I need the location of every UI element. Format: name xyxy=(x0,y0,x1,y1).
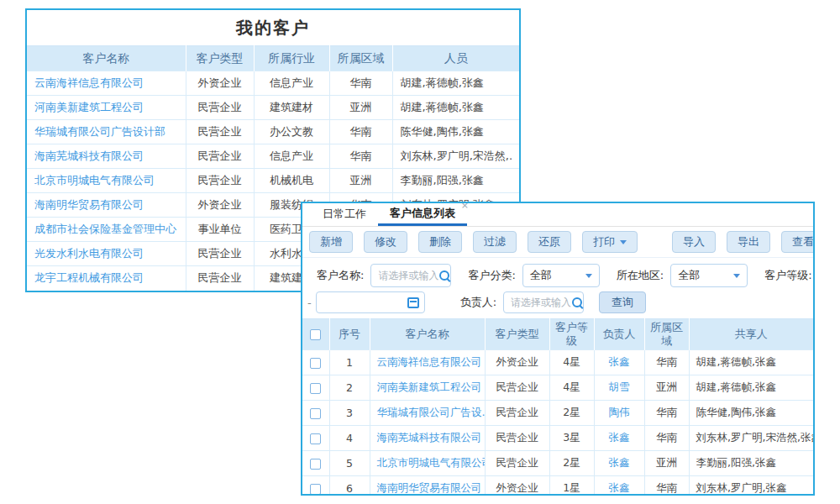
region-cell: 华南 xyxy=(644,476,689,496)
column-header: 所属区域 xyxy=(329,46,392,71)
my-customers-title: 我的客户 xyxy=(27,10,519,45)
filter-row-1: 客户名称: 请选择或输入 客户分类: 全部 所在地区: 全部 客户等级: 全部 xyxy=(302,263,813,288)
toolbar-button-还原[interactable]: 还原 xyxy=(528,231,571,253)
customer-name-link[interactable]: 河南美新建筑工程公司 xyxy=(34,101,144,113)
staff-cell: 李勤丽,阳强,张鑫 xyxy=(392,169,519,193)
row-number-cell: 4 xyxy=(329,426,370,451)
owner-link[interactable]: 张鑫 xyxy=(609,355,630,368)
grade-cell: 2星 xyxy=(549,401,594,426)
industry-cell: 办公文教 xyxy=(254,120,329,144)
staff-cell: 刘东林,罗广明,宋浩然,. xyxy=(392,144,519,169)
customer-name-link[interactable]: 龙宇工程机械有限公司 xyxy=(34,271,144,284)
owner-input[interactable]: 请选择或输入 xyxy=(503,291,584,313)
industry-cell: 建筑建材 xyxy=(254,96,329,120)
customer-name-link[interactable]: 北京市明城电气有限公司 xyxy=(34,174,155,186)
checkbox-cell xyxy=(302,401,329,426)
customer-name-link[interactable]: 光发水利水电有限公司 xyxy=(34,247,144,260)
area-select[interactable]: 全部 xyxy=(670,264,748,287)
checkbox-cell xyxy=(302,426,329,451)
table-row: 3华瑞城有限公司广告设...民营企业2星陶伟华南陈华健,陶伟,张鑫 xyxy=(302,401,813,426)
industry-cell: 信息产业 xyxy=(254,71,329,96)
toolbar-button-过滤[interactable]: 过滤 xyxy=(473,231,517,253)
owner-cell: 张鑫 xyxy=(594,426,644,451)
customer-name-cell: 华瑞城有限公司广告设... xyxy=(370,401,485,426)
customer-name-link[interactable]: 华瑞城有限公司广告设... xyxy=(377,406,486,418)
customer-name-link[interactable]: 海南明华贸易有限公司 xyxy=(34,198,144,211)
query-button[interactable]: 查询 xyxy=(599,291,646,313)
row-checkbox[interactable] xyxy=(310,358,321,369)
grade-cell: 4星 xyxy=(549,350,594,375)
customer-name-link[interactable]: 河南美新建筑工程公司 xyxy=(377,381,482,393)
customer-name-input[interactable]: 请选择或输入 xyxy=(370,264,451,287)
row-checkbox[interactable] xyxy=(310,408,321,419)
customer-type-cell: 外资企业 xyxy=(485,476,549,496)
customer-name-cell: 光发水利水电有限公司 xyxy=(27,242,186,266)
my-customers-header-row: 客户名称客户类型所属行业所属区域人员 xyxy=(27,46,519,71)
owner-link[interactable]: 张鑫 xyxy=(609,456,630,469)
customer-name-link[interactable]: 海南芜城科技有限公司 xyxy=(377,431,482,444)
column-header: 客户类型 xyxy=(186,46,254,71)
staff-cell: 陈华健,陶伟,张鑫 xyxy=(392,120,519,144)
staff-cell: 胡建,蒋德帧,张鑫 xyxy=(392,71,519,96)
customer-name-link[interactable]: 云南海祥信息有限公司 xyxy=(377,355,482,368)
region-cell: 华南 xyxy=(329,144,392,169)
customer-type-cell: 民营企业 xyxy=(186,144,254,169)
customer-name-link[interactable]: 成都市社会保险基金管理中心 xyxy=(34,223,176,235)
checkbox-cell xyxy=(302,375,329,401)
row-checkbox[interactable] xyxy=(310,433,321,444)
toolbar-button-修改[interactable]: 修改 xyxy=(364,231,407,253)
customer-type-cell: 民营企业 xyxy=(186,120,254,144)
tab-daily-work[interactable]: 日常工作 xyxy=(311,202,378,226)
toolbar: 新增修改删除过滤还原打印导入导出查看日志 xyxy=(302,227,813,258)
row-checkbox[interactable] xyxy=(310,484,321,495)
chevron-down-icon xyxy=(620,240,627,244)
date-input[interactable] xyxy=(316,291,425,313)
customer-name-link[interactable]: 云南海祥信息有限公司 xyxy=(34,76,144,89)
customer-name-link[interactable]: 北京市明城电气有限公司 xyxy=(377,456,486,469)
customer-name-link[interactable]: 海南芜城科技有限公司 xyxy=(34,150,144,162)
shared-cell: 李勤丽,阳强,张鑫 xyxy=(689,451,813,476)
row-checkbox[interactable] xyxy=(310,459,321,470)
grade-cell: 2星 xyxy=(549,451,594,476)
table-row: 5北京市明城电气有限公司民营企业2星张鑫亚洲李勤丽,阳强,张鑫 xyxy=(302,451,813,476)
region-cell: 华南 xyxy=(329,71,392,96)
owner-link[interactable]: 陶伟 xyxy=(609,406,630,418)
customer-name-link[interactable]: 华瑞城有限公司广告设计部 xyxy=(34,125,165,138)
region-cell: 亚洲 xyxy=(329,169,392,193)
toolbar-button-查看日志[interactable]: 查看日志 xyxy=(781,231,815,253)
calendar-icon[interactable] xyxy=(407,297,419,308)
region-cell: 亚洲 xyxy=(329,96,392,120)
row-checkbox[interactable] xyxy=(310,383,321,394)
owner-cell: 张鑫 xyxy=(594,350,644,375)
table-row: 1云南海祥信息有限公司外资企业4星张鑫华南胡建,蒋德帧,张鑫 xyxy=(302,350,813,375)
owner-placeholder: 请选择或输入 xyxy=(511,296,571,310)
toolbar-button-打印[interactable]: 打印 xyxy=(582,231,638,253)
select-all-checkbox[interactable] xyxy=(310,329,321,340)
toolbar-button-导出[interactable]: 导出 xyxy=(727,231,770,253)
shared-cell: 刘东林,罗广明,宋浩然,张鑫 xyxy=(689,426,813,451)
search-icon[interactable] xyxy=(438,270,451,282)
owner-link[interactable]: 张鑫 xyxy=(609,431,630,444)
tab-close-icon[interactable]: × xyxy=(461,202,469,211)
owner-link[interactable]: 胡雪 xyxy=(609,381,630,393)
area-value: 全部 xyxy=(678,268,700,283)
toolbar-button-新增[interactable]: 新增 xyxy=(309,231,353,253)
region-cell: 华南 xyxy=(644,401,689,426)
customer-name-cell: 海南芜城科技有限公司 xyxy=(370,426,485,451)
toolbar-button-导入[interactable]: 导入 xyxy=(672,231,716,253)
filter-row-2: - 负责人: 请选择或输入 查询 xyxy=(302,291,813,314)
customer-category-select[interactable]: 全部 xyxy=(522,264,600,287)
tab-customer-info-list[interactable]: 客户信息列表 × xyxy=(378,202,467,226)
region-cell: 亚洲 xyxy=(644,451,689,476)
customer-type-cell: 民营企业 xyxy=(485,451,549,476)
region-cell: 华南 xyxy=(644,350,689,375)
customer-list-header-row: 序号客户名称客户类型客户等级负责人所属区域共享人 xyxy=(302,319,813,350)
region-cell: 华南 xyxy=(644,426,689,451)
owner-link[interactable]: 张鑫 xyxy=(609,481,630,494)
shared-cell: 胡建,蒋德帧,张鑫 xyxy=(689,375,813,401)
customer-name-cell: 云南海祥信息有限公司 xyxy=(27,71,186,96)
row-number-cell: 1 xyxy=(329,350,370,375)
toolbar-button-删除[interactable]: 删除 xyxy=(418,231,462,253)
customer-name-link[interactable]: 海南明华贸易有限公司 xyxy=(377,481,482,494)
search-icon[interactable] xyxy=(571,297,584,309)
